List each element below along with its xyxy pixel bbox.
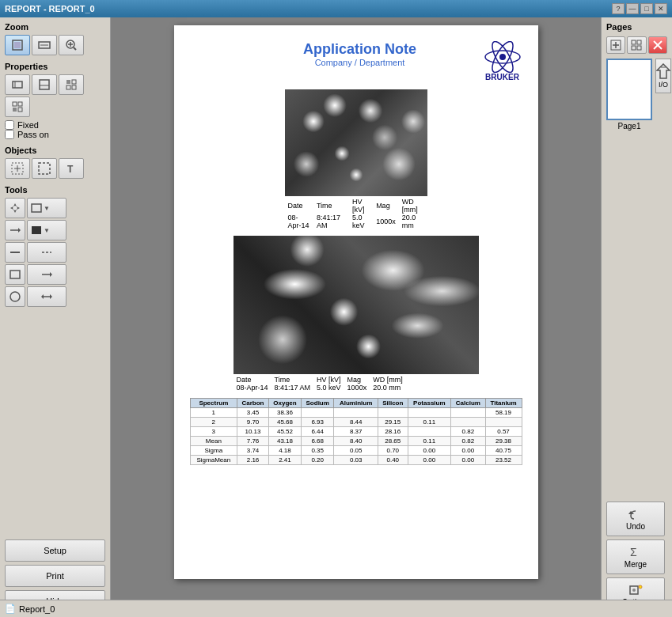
table-row: 13.4538.3658.19	[190, 408, 522, 418]
tool-dash-button[interactable]	[27, 242, 66, 263]
table-cell: 23.52	[485, 456, 522, 465]
status-filename: Report_0	[19, 604, 55, 614]
img-2-caption: Date Time HV [kV] Mag WD [mm] 08-Apr-14 …	[233, 376, 479, 392]
img2-mag-val: 1000x	[344, 384, 370, 392]
help-button[interactable]: ?	[612, 3, 625, 14]
prop-btn-4[interactable]	[5, 97, 30, 117]
zoom-in-button[interactable]	[59, 35, 84, 55]
table-cell: 8.37	[334, 427, 378, 437]
obj-select-button[interactable]	[5, 158, 30, 179]
table-cell: 43.18	[268, 437, 301, 446]
print-button[interactable]: Print	[5, 565, 105, 587]
merge-icon: Σ	[628, 546, 644, 558]
data-table-container: SpectrumCarbonOxygenSodiumAluminiumSilic…	[190, 398, 522, 465]
img1-date-label: Date	[285, 198, 313, 214]
setup-button[interactable]: Setup	[5, 539, 105, 562]
table-cell: 29.38	[485, 437, 522, 446]
fixed-checkbox-row: Fixed	[5, 120, 105, 130]
page-grid-button[interactable]	[627, 36, 646, 54]
merge-label: Merge	[625, 560, 647, 569]
table-cell	[334, 408, 378, 418]
svg-marker-28	[18, 228, 21, 233]
status-icon: 📄	[5, 604, 16, 614]
table-row: Sigma3.744.180.350.050.700.000.0040.75	[190, 446, 522, 456]
table-cell: 0.20	[302, 456, 334, 465]
table-cell: 28.16	[378, 427, 408, 437]
fixed-checkbox[interactable]	[5, 120, 14, 130]
svg-rect-17	[18, 102, 22, 106]
svg-text:T: T	[67, 164, 74, 175]
microscope-image-2: Date Time HV [kV] Mag WD [mm] 08-Apr-14 …	[233, 236, 479, 392]
table-cell: 0.40	[378, 456, 408, 465]
page-delete-button[interactable]	[648, 36, 667, 54]
right-bottom-buttons: Undo Σ Merge Options	[606, 502, 667, 612]
bruker-text: BRUKER	[485, 73, 519, 81]
status-bar: 📄 Report_0	[0, 600, 672, 617]
prop-btn-2[interactable]	[32, 74, 57, 95]
tools-row-5	[5, 286, 105, 307]
tool-circle-button[interactable]	[5, 286, 25, 307]
app-note-title-text: Application Note	[237, 41, 483, 58]
table-cell: 0.35	[302, 446, 334, 456]
img-1-meta-table: Date Time HV [kV] Mag WD [mm] 08-Apr-14 …	[285, 198, 427, 229]
table-cell: 0.70	[378, 446, 408, 456]
close-button[interactable]: ✕	[655, 3, 667, 14]
properties-label: Properties	[5, 62, 105, 71]
canvas-area: Application Note Company / Department BR…	[111, 17, 601, 617]
tool-hline-button[interactable]	[5, 242, 25, 263]
page1-thumbnail[interactable]	[606, 59, 652, 120]
zoom-fit-width-button[interactable]	[32, 35, 57, 55]
table-cell: 6.93	[302, 418, 334, 427]
table-cell: 0.11	[408, 437, 451, 446]
tool-rect-dropdown[interactable]: ▼	[27, 198, 66, 218]
tool-fill-dropdown[interactable]: ▼	[27, 220, 66, 240]
table-cell: 40.75	[485, 446, 522, 456]
img1-date-val: 08-Apr-14	[285, 214, 313, 229]
svg-marker-25	[10, 203, 20, 213]
page-add-button[interactable]	[606, 36, 625, 54]
main-container: Zoom Properties	[0, 17, 672, 617]
img2-time-val: 8:41:17 AM	[271, 384, 314, 392]
pass-on-checkbox[interactable]	[5, 130, 14, 139]
obj-frame-button[interactable]	[32, 158, 57, 179]
table-row: SigmaMean2.162.410.200.030.400.000.0023.…	[190, 456, 522, 465]
zoom-fit-page-button[interactable]	[5, 35, 30, 55]
tool-double-arrow-button[interactable]	[27, 286, 66, 307]
prop-btn-3[interactable]	[59, 74, 84, 95]
svg-rect-10	[40, 80, 49, 89]
tool-arrow-right-button[interactable]	[5, 220, 25, 240]
img2-time-label: Time	[271, 376, 314, 384]
svg-marker-38	[50, 294, 52, 299]
table-header-cell: Aluminium	[334, 399, 378, 408]
io-button[interactable]: I/O	[655, 59, 671, 93]
svg-line-7	[74, 47, 76, 50]
page1-thumb-container: Page1	[606, 59, 652, 131]
svg-point-57	[632, 589, 636, 592]
tool-box-button[interactable]	[5, 264, 25, 285]
table-header-cell: Titanium	[485, 399, 522, 408]
table-row: Mean7.7643.186.688.4028.650.110.8229.38	[190, 437, 522, 446]
minimize-button[interactable]: —	[626, 3, 639, 14]
img2-hv-label: HV [kV]	[313, 376, 344, 384]
app-note-title-block: Application Note Company / Department	[237, 41, 483, 67]
pages-label: Pages	[606, 22, 667, 32]
prop-btn-1[interactable]	[5, 74, 30, 95]
svg-rect-13	[72, 80, 76, 84]
maximize-button[interactable]: □	[640, 3, 653, 14]
app-note-subtitle-text: Company / Department	[237, 58, 483, 67]
tool-move-button[interactable]	[5, 198, 25, 218]
table-cell: 2.41	[268, 456, 301, 465]
undo-button[interactable]: Undo	[606, 502, 665, 536]
table-cell: 8.40	[334, 437, 378, 446]
pages-toolbar	[606, 36, 667, 54]
merge-button[interactable]: Σ Merge	[606, 539, 665, 574]
tool-arrow-long-button[interactable]	[27, 264, 66, 285]
obj-text-button[interactable]: T	[59, 158, 84, 179]
img1-wd-val: 20.0 mm	[399, 214, 427, 229]
table-cell: 8.44	[334, 418, 378, 427]
window-controls: ? — □ ✕	[612, 3, 667, 14]
tools-row-3	[5, 242, 105, 263]
svg-rect-48	[632, 46, 636, 50]
table-cell: 1	[190, 408, 237, 418]
svg-marker-37	[41, 294, 44, 299]
